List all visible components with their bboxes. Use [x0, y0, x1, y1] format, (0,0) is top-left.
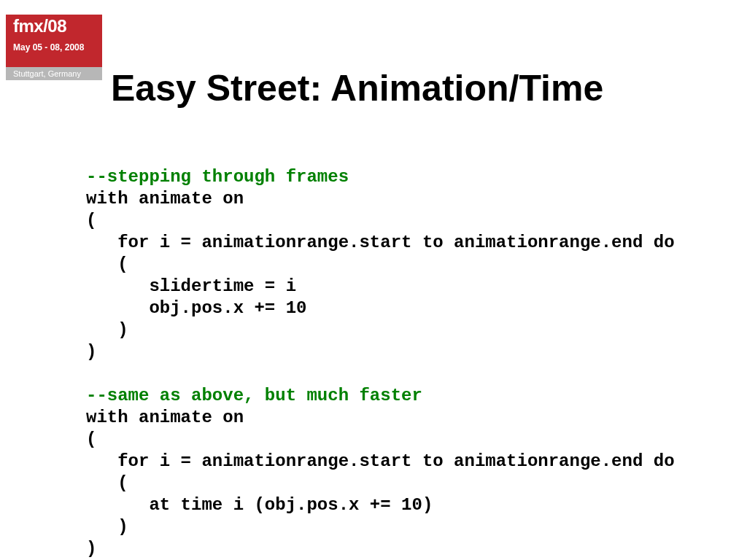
logo-red-block: fmx/08 May 05 - 08, 2008 — [6, 15, 102, 67]
code-line: obj.pos.x += 10 — [86, 298, 306, 318]
code-line: ) — [86, 342, 96, 362]
code-block: --stepping through frames with animate o… — [86, 166, 675, 560]
event-logo: fmx/08 May 05 - 08, 2008 Stuttgart, Germ… — [6, 15, 102, 80]
code-line: ( — [86, 429, 96, 449]
code-line: ( — [86, 211, 96, 230]
code-line: at time i (obj.pos.x += 10) — [86, 495, 433, 515]
code-line: with animate on — [86, 189, 244, 209]
code-line: ) — [86, 517, 128, 537]
code-line: ) — [86, 320, 128, 340]
code-line: ( — [86, 473, 128, 493]
code-line: for i = animationrange.start to animatio… — [86, 233, 675, 252]
code-line: with animate on — [86, 408, 244, 427]
code-line: ) — [86, 539, 96, 559]
logo-location: Stuttgart, Germany — [6, 67, 102, 80]
code-comment-1: --stepping through frames — [86, 167, 349, 187]
code-line: for i = animationrange.start to animatio… — [86, 451, 675, 471]
slide-title: Easy Street: Animation/Time — [111, 67, 603, 109]
code-line: slidertime = i — [86, 276, 296, 296]
logo-title: fmx/08 — [13, 18, 95, 35]
logo-dates: May 05 - 08, 2008 — [13, 42, 95, 52]
code-comment-2: --same as above, but much faster — [86, 386, 422, 405]
code-line: ( — [86, 254, 128, 274]
